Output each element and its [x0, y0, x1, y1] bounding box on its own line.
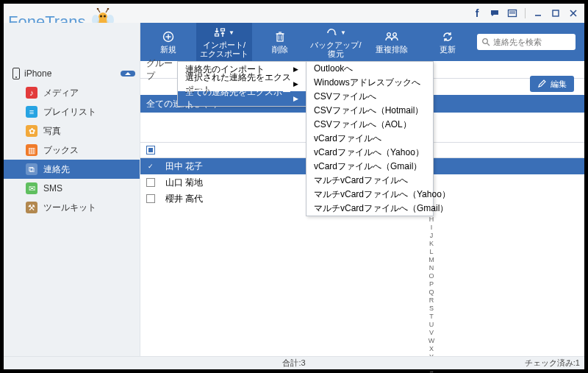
main-toolbar: 新規 ▼ インポート/ エクスポート 削除 ▼ バックアップ/ 復元 重複排除: [140, 23, 584, 61]
svg-point-4: [99, 15, 101, 17]
search-input[interactable]: [493, 38, 571, 46]
submenu-item[interactable]: CSVファイルへ（AOL）: [306, 118, 433, 132]
alpha-letter[interactable]: V: [427, 329, 436, 337]
books-icon: ▥: [26, 144, 37, 156]
sidebar-item-photos[interactable]: ✿写真: [4, 121, 140, 141]
sidebar-item-label: ブックス: [43, 144, 79, 157]
close-button[interactable]: [568, 8, 578, 18]
svg-point-31: [483, 39, 488, 44]
header-checkbox[interactable]: [140, 146, 161, 154]
status-total: 合計:3: [282, 358, 305, 369]
chevron-right-icon: ▶: [293, 65, 298, 73]
minimize-button[interactable]: [533, 8, 543, 18]
svg-rect-16: [553, 10, 559, 16]
alpha-letter[interactable]: P: [427, 280, 436, 288]
plus-circle-icon: [162, 30, 174, 43]
alpha-letter[interactable]: K: [427, 240, 436, 248]
alpha-letter[interactable]: L: [427, 248, 436, 256]
sidebar-item-label: SMS: [43, 183, 62, 193]
svg-line-32: [487, 43, 490, 46]
alpha-letter[interactable]: S: [427, 305, 436, 313]
row-name: 山口 菊地: [161, 177, 203, 189]
alpha-letter[interactable]: #: [427, 369, 436, 373]
submenu-item[interactable]: vCardファイルへ（Gmail）: [306, 160, 433, 174]
device-row[interactable]: iPhone: [4, 64, 140, 83]
device-name: iPhone: [24, 68, 51, 79]
row-checkbox[interactable]: [140, 162, 161, 171]
playlist-icon: ≡: [26, 106, 37, 118]
export-submenu: OutlookへWindowsアドレスブックへCSVファイルへCSVファイルへ（…: [306, 61, 434, 216]
menu-item-label: 全ての連絡先をエクスポート: [185, 86, 293, 111]
alpha-letter[interactable]: O: [427, 272, 436, 280]
sidebar-item-playlist[interactable]: ≡プレイリスト: [4, 102, 140, 121]
alpha-letter[interactable]: H: [427, 216, 436, 224]
row-name: 櫻井 高代: [161, 193, 203, 205]
chevron-right-icon: ▶: [293, 80, 298, 88]
device-collapse-icon[interactable]: [121, 71, 135, 77]
row-name: 田中 花子: [161, 160, 203, 173]
menu-item[interactable]: 全ての連絡先をエクスポート▶: [178, 91, 306, 106]
submenu-item[interactable]: マルチvCardファイルへ: [306, 174, 433, 188]
feedback-icon[interactable]: [507, 8, 517, 18]
toolbar-delete[interactable]: 削除: [252, 23, 308, 61]
submenu-item[interactable]: Outlookへ: [306, 62, 433, 76]
submenu-item[interactable]: CSVファイルへ: [306, 90, 433, 104]
import-export-menu: 連絡先のインポート▶選択された連絡先をエクスポート▶全ての連絡先をエクスポート▶: [177, 61, 306, 107]
toolbar-backup-restore[interactable]: ▼ バックアップ/ 復元: [308, 23, 364, 61]
search-icon: [481, 38, 490, 46]
dedupe-icon: [384, 30, 399, 43]
facebook-icon[interactable]: f: [472, 8, 482, 18]
refresh-icon: [442, 30, 453, 43]
row-checkbox[interactable]: [140, 194, 161, 203]
sidebar-item-books[interactable]: ▥ブックス: [4, 141, 140, 160]
maximize-button[interactable]: [551, 8, 561, 18]
content-area: グループ 編集 全ての連絡先（3） 名前 田中 花子山口 菊地櫻井 高代 ABC…: [140, 61, 584, 356]
sidebar-item-toolkit[interactable]: ⚒ツールキット: [4, 198, 140, 217]
submenu-item[interactable]: Windowsアドレスブックへ: [306, 76, 433, 90]
toolbar-import-export[interactable]: ▼ インポート/ エクスポート: [196, 23, 252, 61]
toolbar-new[interactable]: 新規: [140, 23, 196, 61]
svg-point-5: [103, 15, 105, 17]
sidebar-item-label: ツールキット: [43, 202, 96, 214]
alpha-letter[interactable]: J: [427, 232, 436, 240]
submenu-item[interactable]: マルチvCardファイルへ（Yahoo）: [306, 188, 433, 202]
chat-icon[interactable]: [490, 8, 500, 18]
sidebar-item-contacts[interactable]: ⧉連絡先: [4, 160, 140, 179]
alpha-letter[interactable]: R: [427, 296, 436, 305]
sidebar-item-label: 写真: [43, 125, 61, 138]
toolbar-refresh[interactable]: 更新: [420, 23, 476, 61]
alpha-letter[interactable]: X: [427, 345, 436, 353]
sms-icon: ✉: [26, 182, 37, 194]
submenu-item[interactable]: vCardファイルへ: [306, 132, 433, 146]
alpha-letter[interactable]: Q: [427, 288, 436, 296]
svg-rect-23: [221, 29, 225, 31]
chevron-right-icon: ▶: [293, 95, 298, 102]
sidebar: iPhone ♪メディア≡プレイリスト✿写真▥ブックス⧉連絡先✉SMS⚒ツールキ…: [4, 23, 140, 356]
sidebar-item-label: プレイリスト: [43, 106, 96, 118]
svg-rect-24: [277, 34, 283, 41]
search-box[interactable]: [477, 34, 576, 50]
sidebar-item-sms[interactable]: ✉SMS: [4, 179, 140, 198]
sidebar-item-label: メディア: [43, 87, 79, 99]
sidebar-item-label: 連絡先: [43, 163, 70, 176]
row-checkbox[interactable]: [140, 178, 161, 187]
alpha-letter[interactable]: W: [427, 337, 436, 345]
svg-rect-22: [215, 34, 219, 36]
pencil-icon: [537, 79, 546, 88]
sidebar-item-media[interactable]: ♪メディア: [4, 83, 140, 102]
submenu-item[interactable]: マルチvCardファイルへ（Gmail）: [306, 202, 433, 216]
alpha-letter[interactable]: M: [427, 256, 436, 264]
status-bar: 合計:3 チェック済み:1: [4, 356, 584, 369]
phone-icon: [12, 68, 20, 79]
edit-button[interactable]: 編集: [530, 76, 574, 92]
svg-point-29: [387, 33, 391, 37]
alpha-letter[interactable]: T: [427, 313, 436, 321]
svg-point-30: [393, 33, 397, 37]
toolbar-dedupe[interactable]: 重複排除: [364, 23, 420, 61]
alpha-letter[interactable]: N: [427, 264, 436, 272]
alpha-letter[interactable]: U: [427, 321, 436, 329]
alpha-letter[interactable]: I: [427, 224, 436, 232]
submenu-item[interactable]: CSVファイルへ（Hotmail）: [306, 104, 433, 118]
submenu-item[interactable]: vCardファイルへ（Yahoo）: [306, 146, 433, 160]
trash-icon: [275, 30, 285, 43]
